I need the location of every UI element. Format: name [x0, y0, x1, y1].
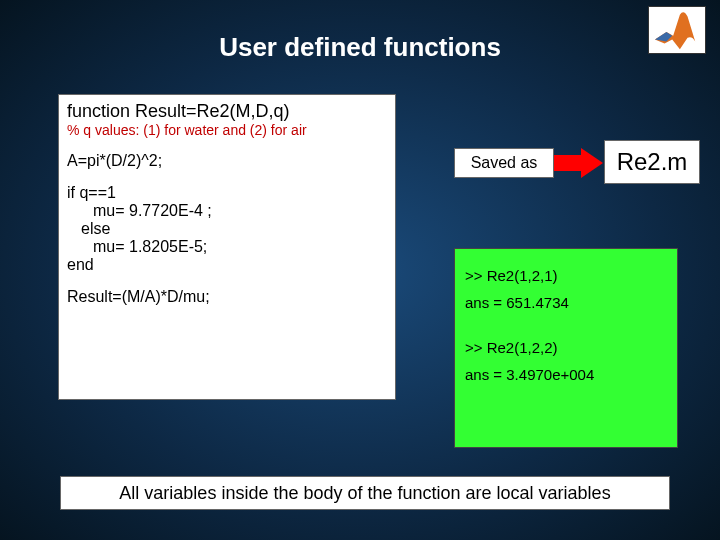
code-signature: function Result=Re2(M,D,q) — [67, 101, 387, 122]
output-call-2: >> Re2(1,2,2) — [465, 339, 667, 356]
code-comment: % q values: (1) for water and (2) for ai… — [67, 122, 387, 138]
saved-as-label: Saved as — [454, 148, 554, 178]
slide-title: User defined functions — [0, 32, 720, 63]
output-ans-2: ans = 3.4970e+004 — [465, 366, 667, 383]
footer-note: All variables inside the body of the fun… — [60, 476, 670, 510]
code-if: if q==1 — [67, 184, 387, 202]
code-mu-air: mu= 1.8205E-5; — [67, 238, 387, 256]
filename-box: Re2.m — [604, 140, 700, 184]
command-output-box: >> Re2(1,2,1) ans = 651.4734 >> Re2(1,2,… — [454, 248, 678, 448]
output-ans-1: ans = 651.4734 — [465, 294, 667, 311]
code-end: end — [67, 256, 387, 274]
code-else: else — [67, 220, 387, 238]
arrow-right-icon — [554, 150, 604, 176]
function-code-box: function Result=Re2(M,D,q) % q values: (… — [58, 94, 396, 400]
code-mu-water: mu= 9.7720E-4 ; — [67, 202, 387, 220]
code-line-A: A=pi*(D/2)^2; — [67, 152, 387, 170]
code-result: Result=(M/A)*D/mu; — [67, 288, 387, 306]
output-call-1: >> Re2(1,2,1) — [465, 267, 667, 284]
